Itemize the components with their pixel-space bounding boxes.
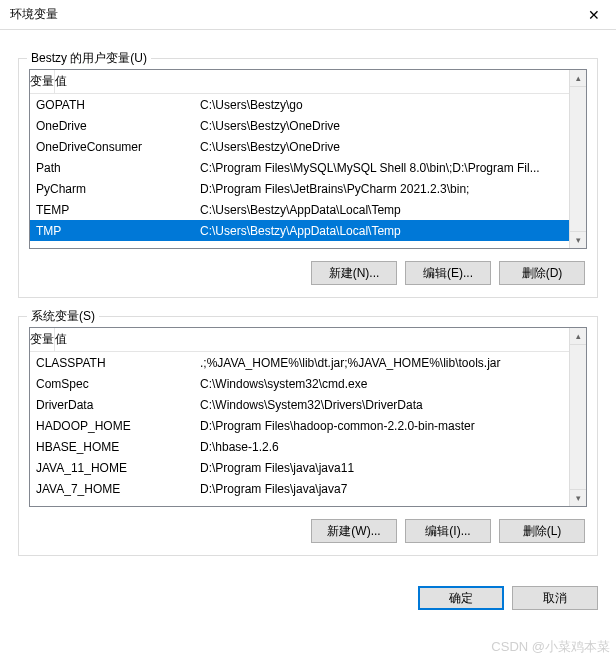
column-header-value[interactable]: 值 xyxy=(55,70,67,93)
close-icon: ✕ xyxy=(588,7,600,23)
table-row[interactable]: PathC:\Program Files\MySQL\MySQL Shell 8… xyxy=(30,157,586,178)
var-name: CLASSPATH xyxy=(30,356,196,370)
column-header-name[interactable]: 变量 xyxy=(30,70,55,93)
table-row[interactable]: HADOOP_HOMED:\Program Files\hadoop-commo… xyxy=(30,415,586,436)
var-name: DriverData xyxy=(30,398,196,412)
var-name: OneDriveConsumer xyxy=(30,140,196,154)
table-row[interactable]: TEMPC:\Users\Bestzy\AppData\Local\Temp xyxy=(30,199,586,220)
var-name: Path xyxy=(30,161,196,175)
user-vars-legend: Bestzy 的用户变量(U) xyxy=(27,50,151,67)
system-delete-button[interactable]: 删除(L) xyxy=(499,519,585,543)
var-name: GOPATH xyxy=(30,98,196,112)
scroll-up-icon[interactable]: ▴ xyxy=(570,328,586,345)
table-row[interactable]: ComSpecC:\Windows\system32\cmd.exe xyxy=(30,373,586,394)
var-name: TMP xyxy=(30,224,196,238)
var-value: C:\Users\Bestzy\OneDrive xyxy=(196,140,586,154)
scroll-down-icon[interactable]: ▾ xyxy=(570,489,586,506)
system-button-row: 新建(W)... 编辑(I)... 删除(L) xyxy=(29,519,587,543)
user-new-button[interactable]: 新建(N)... xyxy=(311,261,397,285)
watermark: CSDN @小菜鸡本菜 xyxy=(491,638,610,656)
user-list-header: 变量 值 xyxy=(30,70,586,94)
table-row[interactable]: DriverDataC:\Windows\System32\Drivers\Dr… xyxy=(30,394,586,415)
title-bar: 环境变量 ✕ xyxy=(0,0,616,30)
table-row[interactable]: JAVA_7_HOMED:\Program Files\java\java7 xyxy=(30,478,586,499)
scroll-up-icon[interactable]: ▴ xyxy=(570,70,586,87)
var-value: C:\Users\Bestzy\AppData\Local\Temp xyxy=(196,203,586,217)
scroll-down-icon[interactable]: ▾ xyxy=(570,231,586,248)
var-value: D:\hbase-1.2.6 xyxy=(196,440,586,454)
var-value: D:\Program Files\java\java7 xyxy=(196,482,586,496)
system-vars-list[interactable]: 变量 值 CLASSPATH.;%JAVA_HOME%\lib\dt.jar;%… xyxy=(29,327,587,507)
window-title: 环境变量 xyxy=(10,6,58,23)
var-name: JAVA_7_HOME xyxy=(30,482,196,496)
var-name: JAVA_11_HOME xyxy=(30,461,196,475)
var-value: C:\Windows\system32\cmd.exe xyxy=(196,377,586,391)
user-vars-group: Bestzy 的用户变量(U) 变量 值 GOPATHC:\Users\Best… xyxy=(18,58,598,298)
var-name: TEMP xyxy=(30,203,196,217)
var-value: C:\Users\Bestzy\AppData\Local\Temp xyxy=(196,224,586,238)
var-value: C:\Users\Bestzy\OneDrive xyxy=(196,119,586,133)
var-name: HADOOP_HOME xyxy=(30,419,196,433)
cancel-button[interactable]: 取消 xyxy=(512,586,598,610)
system-scrollbar[interactable]: ▴ ▾ xyxy=(569,328,586,506)
var-value: D:\Program Files\hadoop-common-2.2.0-bin… xyxy=(196,419,586,433)
var-value: D:\Program Files\JetBrains\PyCharm 2021.… xyxy=(196,182,586,196)
var-value: .;%JAVA_HOME%\lib\dt.jar;%JAVA_HOME%\lib… xyxy=(196,356,586,370)
var-name: OneDrive xyxy=(30,119,196,133)
system-new-button[interactable]: 新建(W)... xyxy=(311,519,397,543)
close-button[interactable]: ✕ xyxy=(571,0,616,30)
user-edit-button[interactable]: 编辑(E)... xyxy=(405,261,491,285)
table-row[interactable]: JAVA_11_HOMED:\Program Files\java\java11 xyxy=(30,457,586,478)
user-vars-list[interactable]: 变量 值 GOPATHC:\Users\Bestzy\goOneDriveC:\… xyxy=(29,69,587,249)
ok-button[interactable]: 确定 xyxy=(418,586,504,610)
user-button-row: 新建(N)... 编辑(E)... 删除(D) xyxy=(29,261,587,285)
table-row[interactable]: TMPC:\Users\Bestzy\AppData\Local\Temp xyxy=(30,220,586,241)
table-row[interactable]: HBASE_HOMED:\hbase-1.2.6 xyxy=(30,436,586,457)
table-row[interactable]: CLASSPATH.;%JAVA_HOME%\lib\dt.jar;%JAVA_… xyxy=(30,352,586,373)
table-row[interactable]: OneDriveConsumerC:\Users\Bestzy\OneDrive xyxy=(30,136,586,157)
column-header-name[interactable]: 变量 xyxy=(30,328,55,351)
var-value: D:\Program Files\java\java11 xyxy=(196,461,586,475)
dialog-content: Bestzy 的用户变量(U) 变量 值 GOPATHC:\Users\Best… xyxy=(0,30,616,570)
system-edit-button[interactable]: 编辑(I)... xyxy=(405,519,491,543)
user-scrollbar[interactable]: ▴ ▾ xyxy=(569,70,586,248)
var-name: PyCharm xyxy=(30,182,196,196)
system-vars-group: 系统变量(S) 变量 值 CLASSPATH.;%JAVA_HOME%\lib\… xyxy=(18,316,598,556)
dialog-button-row: 确定 取消 xyxy=(0,576,616,610)
var-name: HBASE_HOME xyxy=(30,440,196,454)
var-value: C:\Users\Bestzy\go xyxy=(196,98,586,112)
table-row[interactable]: PyCharmD:\Program Files\JetBrains\PyChar… xyxy=(30,178,586,199)
var-value: C:\Program Files\MySQL\MySQL Shell 8.0\b… xyxy=(196,161,586,175)
var-value: C:\Windows\System32\Drivers\DriverData xyxy=(196,398,586,412)
var-name: ComSpec xyxy=(30,377,196,391)
table-row[interactable]: OneDriveC:\Users\Bestzy\OneDrive xyxy=(30,115,586,136)
user-delete-button[interactable]: 删除(D) xyxy=(499,261,585,285)
system-list-header: 变量 值 xyxy=(30,328,586,352)
column-header-value[interactable]: 值 xyxy=(55,328,67,351)
table-row[interactable]: GOPATHC:\Users\Bestzy\go xyxy=(30,94,586,115)
system-vars-legend: 系统变量(S) xyxy=(27,308,99,325)
